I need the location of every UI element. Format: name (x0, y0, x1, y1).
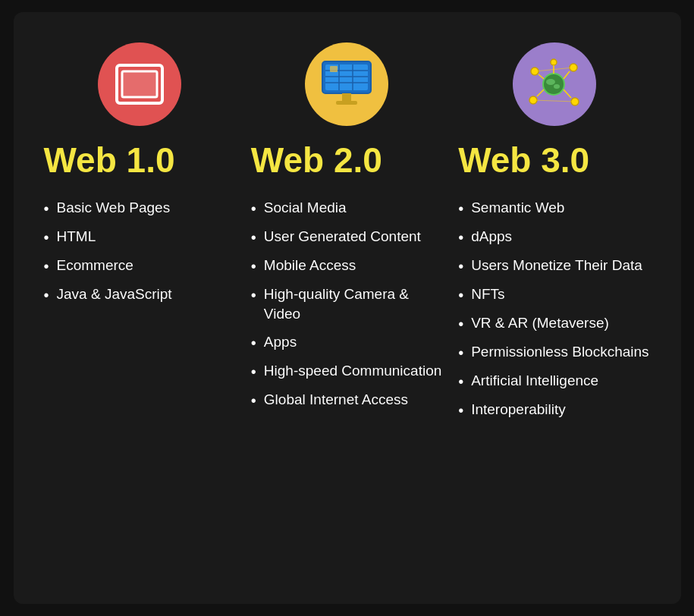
list-item: High-speed Communication (251, 361, 443, 382)
list-item: Global Internet Access (251, 390, 443, 411)
list-item: VR & AR (Metaverse) (458, 313, 648, 335)
list-item: Artificial Intelligence (458, 371, 648, 392)
svg-line-22 (539, 74, 544, 79)
web3-title: Web 3.0 (458, 141, 589, 180)
list-item: dApps (458, 227, 648, 248)
list-item: Semantic Web (458, 198, 648, 219)
list-item: User Generated Content (251, 227, 443, 248)
svg-point-14 (546, 79, 555, 85)
svg-point-20 (551, 59, 557, 65)
web1-icon-circle (98, 42, 181, 126)
svg-rect-12 (330, 66, 338, 72)
web3-column: Web 3.0 Semantic WebdAppsUsers Monetize … (451, 42, 658, 429)
web2-list: Social MediaUser Generated ContentMobile… (251, 198, 443, 419)
list-item: NFTs (458, 284, 648, 306)
svg-rect-11 (336, 101, 357, 105)
browser-icon (113, 58, 166, 111)
svg-line-24 (537, 90, 544, 96)
list-item: Mobile Access (251, 256, 443, 277)
web1-title: Web 1.0 (44, 141, 175, 180)
list-item: Basic Web Pages (44, 198, 172, 219)
web3-list: Semantic WebdAppsUsers Monetize Their Da… (458, 198, 648, 429)
network-icon (526, 56, 583, 113)
list-item: Apps (251, 332, 443, 354)
monitor-icon (316, 54, 377, 115)
web1-list: Basic Web PagesHTMLEcommerceJava & JavaS… (44, 198, 172, 313)
list-item: Ecommerce (44, 256, 172, 277)
svg-line-25 (564, 90, 571, 98)
svg-line-23 (564, 71, 570, 79)
web2-title: Web 2.0 (251, 141, 382, 180)
list-item: Social Media (251, 198, 443, 219)
svg-rect-1 (122, 71, 157, 97)
web1-column: Web 1.0 Basic Web PagesHTMLEcommerceJava… (36, 42, 243, 313)
list-item: HTML (44, 227, 172, 248)
svg-point-15 (554, 84, 560, 89)
svg-line-27 (533, 100, 575, 102)
list-item: Interoperability (458, 400, 648, 421)
svg-point-13 (543, 74, 564, 95)
list-item: Java & JavaScript (44, 284, 172, 306)
web2-icon-circle (305, 42, 388, 126)
web3-icon-circle (513, 42, 596, 126)
web2-column: Web 2.0 Social MediaUser Generated Conte… (243, 42, 451, 419)
list-item: Users Monetize Their Data (458, 256, 648, 277)
svg-rect-10 (342, 93, 351, 101)
list-item: High-quality Camera & Video (251, 284, 443, 325)
main-card: Web 1.0 Basic Web PagesHTMLEcommerceJava… (14, 12, 681, 604)
list-item: Permissionless Blockchains (458, 342, 648, 363)
